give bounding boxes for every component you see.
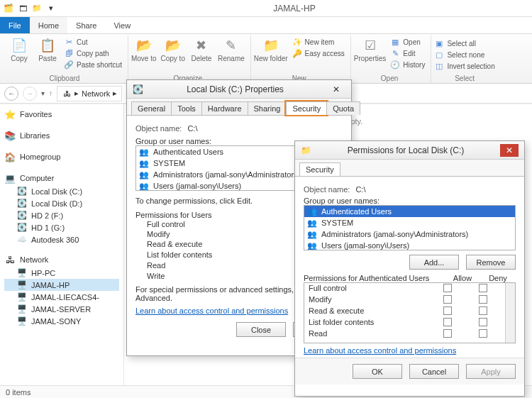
- deny-checkbox[interactable]: [479, 318, 487, 326]
- app-icon: 🗂️: [3, 3, 14, 14]
- dialog-title: Permissions for Local Disk (C:): [311, 145, 500, 155]
- breadcrumb[interactable]: 🖧 ▸ Network ▸: [57, 86, 122, 101]
- host-item[interactable]: 🖥️JAMAL-SERVER: [4, 303, 119, 315]
- users-icon: 👥: [139, 181, 149, 191]
- homegroup-node[interactable]: 🏠Homegroup: [4, 150, 119, 164]
- copyto-button[interactable]: 📂Copy to: [161, 37, 185, 62]
- copy-button[interactable]: 📄Copy: [7, 37, 31, 70]
- tab-view[interactable]: View: [105, 17, 139, 33]
- add-button[interactable]: Add...: [409, 255, 459, 270]
- pc-icon: 🖥️: [17, 304, 27, 314]
- navigation-pane[interactable]: ⭐Favorites 📚Libraries 🏠Homegroup 💻Comput…: [0, 104, 124, 385]
- allow-checkbox[interactable]: [443, 284, 452, 292]
- ribbon-group-clipboard: 📄Copy 📋Paste ✂Cut 🗐Copy path 🔗Paste shor…: [4, 35, 128, 83]
- cut-button[interactable]: ✂Cut: [64, 37, 122, 47]
- easyaccess-button[interactable]: 🔑Easy access: [292, 48, 345, 58]
- libraries-node[interactable]: 📚Libraries: [4, 128, 119, 143]
- qat-newfolder-icon[interactable]: 📁: [31, 3, 43, 14]
- allow-checkbox[interactable]: [443, 295, 452, 304]
- list-item[interactable]: 👥SYSTEM: [304, 217, 515, 228]
- drive-item[interactable]: 💽Local Disk (C:): [4, 185, 119, 197]
- history-button[interactable]: 🕘History: [390, 60, 425, 70]
- rename-button[interactable]: ✎Rename: [218, 37, 245, 62]
- allow-checkbox[interactable]: [443, 306, 452, 315]
- perm-row: Full control: [304, 283, 505, 294]
- moveto-button[interactable]: 📂Move to: [131, 37, 157, 62]
- properties-button[interactable]: ☑Properties: [354, 37, 387, 70]
- forward-button[interactable]: →: [23, 87, 37, 101]
- list-item[interactable]: 👥Users (jamal-sony\Users): [304, 240, 515, 250]
- invertselection-button[interactable]: ◫Invert selection: [434, 61, 494, 71]
- breadcrumb-network[interactable]: Network: [82, 89, 110, 98]
- network-node[interactable]: 🖧Network: [4, 253, 119, 267]
- open-button[interactable]: ▦Open: [390, 37, 425, 47]
- back-button[interactable]: ←: [4, 87, 18, 101]
- tab-general[interactable]: General: [131, 101, 172, 115]
- allow-checkbox[interactable]: [443, 329, 452, 338]
- newfolder-button[interactable]: 📁New folder: [254, 37, 288, 62]
- close-button[interactable]: Close: [236, 322, 286, 337]
- host-item[interactable]: 🖥️JAMAL-LIECACS4-: [4, 291, 119, 303]
- tab-file[interactable]: File: [0, 17, 30, 33]
- list-item[interactable]: 👥Authenticated Users: [304, 206, 515, 217]
- learn-link[interactable]: Learn about access control and permissio…: [135, 306, 288, 315]
- pasteshortcut-button[interactable]: 🔗Paste shortcut: [64, 60, 122, 70]
- qat-props-icon[interactable]: 🗔: [17, 3, 28, 14]
- groups-listbox[interactable]: 👥Authenticated Users 👥SYSTEM 👥Administra…: [304, 205, 516, 250]
- learn-link[interactable]: Learn about access control and permissio…: [304, 346, 456, 355]
- pc-icon: 🖥️: [17, 316, 27, 326]
- selectall-button[interactable]: ▣Select all: [434, 38, 494, 48]
- dialog-title-bar[interactable]: 💽 Local Disk (C:) Properties ✕: [127, 80, 351, 99]
- tab-security[interactable]: Security: [299, 162, 340, 176]
- tab-sharing[interactable]: Sharing: [248, 101, 287, 115]
- allow-checkbox[interactable]: [443, 318, 452, 326]
- apply-button[interactable]: Apply: [466, 364, 516, 379]
- ok-button[interactable]: OK: [353, 364, 402, 379]
- permissions-checktable: Full control Modify Read & execute List …: [304, 282, 516, 343]
- tab-tools[interactable]: Tools: [171, 101, 202, 115]
- up-button[interactable]: ↑: [49, 89, 52, 97]
- remove-button[interactable]: Remove: [466, 255, 516, 270]
- close-icon[interactable]: ✕: [327, 83, 345, 96]
- moveto-icon: 📂: [135, 37, 153, 54]
- cancel-button[interactable]: Cancel: [409, 364, 459, 379]
- recent-dropdown[interactable]: ▾: [41, 89, 45, 97]
- newitem-button[interactable]: ✨New item: [292, 37, 345, 47]
- deny-checkbox[interactable]: [479, 306, 487, 315]
- scrollbar[interactable]: [505, 283, 515, 343]
- selectnone-button[interactable]: ▢Select none: [434, 50, 494, 60]
- paste-button[interactable]: 📋Paste: [35, 37, 60, 70]
- pc-icon: 🖥️: [17, 292, 27, 302]
- deny-checkbox[interactable]: [479, 284, 487, 292]
- delete-button[interactable]: ✖Delete: [189, 37, 214, 62]
- selectnone-icon: ▢: [434, 50, 444, 60]
- host-item[interactable]: 🖥️HP-PC: [4, 267, 119, 279]
- tab-share[interactable]: Share: [67, 17, 105, 33]
- deny-checkbox[interactable]: [479, 295, 487, 304]
- rename-icon: ✎: [223, 37, 240, 54]
- deny-checkbox[interactable]: [479, 329, 487, 338]
- host-item[interactable]: 🖥️JAMAL-SONY: [4, 315, 119, 327]
- drive-item[interactable]: 💽Local Disk (D:): [4, 197, 119, 209]
- users-icon: 👥: [139, 158, 149, 168]
- computer-node[interactable]: 💻Computer: [4, 171, 119, 185]
- drive-item[interactable]: ☁️Autodesk 360: [4, 233, 119, 245]
- edit-button[interactable]: ✎Edit: [390, 48, 425, 58]
- host-item[interactable]: 🖥️JAMAL-HP: [4, 279, 119, 291]
- users-icon: 👥: [307, 218, 317, 228]
- drive-item[interactable]: 💽HD 2 (F:): [4, 209, 119, 221]
- qat-dropdown-icon[interactable]: ▾: [45, 3, 57, 14]
- favorites-node[interactable]: ⭐Favorites: [4, 107, 119, 121]
- close-icon[interactable]: ✕: [500, 144, 519, 157]
- dialog-title-bar[interactable]: 📁 Permissions for Local Disk (C:) ✕: [295, 141, 524, 160]
- tab-quota[interactable]: Quota: [326, 101, 360, 115]
- tab-home[interactable]: Home: [30, 17, 67, 33]
- tab-hardware[interactable]: Hardware: [201, 101, 248, 115]
- easyaccess-icon: 🔑: [292, 48, 302, 58]
- tab-security[interactable]: Security: [286, 101, 327, 115]
- pasteshortcut-icon: 🔗: [64, 60, 74, 70]
- disk-icon: 💽: [17, 199, 27, 208]
- drive-item[interactable]: 💽HD 1 (G:): [4, 221, 119, 233]
- copypath-button[interactable]: 🗐Copy path: [64, 48, 122, 58]
- list-item[interactable]: 👥Administrators (jamal-sony\Administrato…: [304, 228, 515, 240]
